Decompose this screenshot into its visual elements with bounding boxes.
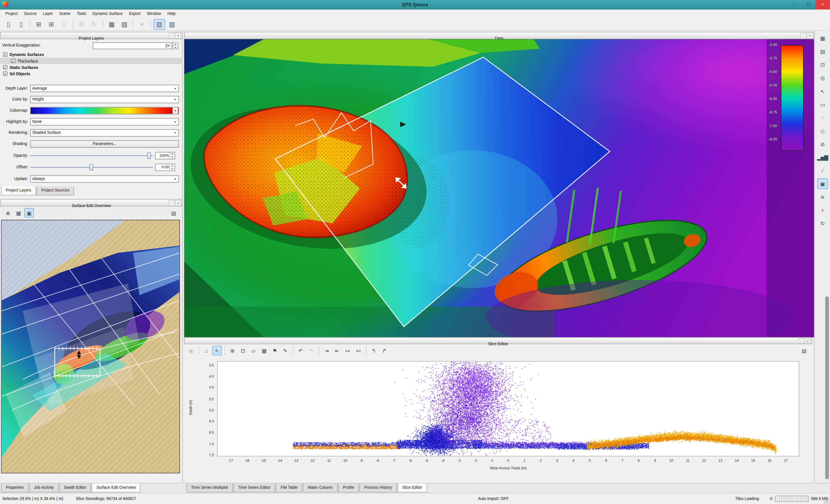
tab-process-history[interactable]: Process History xyxy=(359,483,397,492)
spin-stepper[interactable]: ▴▾ xyxy=(169,153,174,159)
spin-down-icon[interactable]: ▾ xyxy=(173,46,178,49)
tab-swath-editor[interactable]: Swath Editor xyxy=(59,483,91,492)
tree-item-static-surfaces[interactable]: ✓Static Surfaces xyxy=(0,64,183,70)
menu-source[interactable]: Source xyxy=(21,9,40,18)
add-raw-sonar-files-button[interactable]: ⊞ xyxy=(33,19,44,29)
panel-menu-button[interactable]: ▤ xyxy=(799,346,809,355)
depth-layer-select[interactable]: Average ▾ xyxy=(30,85,179,92)
color-settings-button[interactable]: ▣ xyxy=(817,178,828,189)
panel-menu-button[interactable]: ▤ xyxy=(169,208,178,218)
vertical-exaggeration-stepper[interactable]: ▴ ▾ xyxy=(172,42,178,50)
surface-edit-tool-button[interactable]: ▨ xyxy=(166,19,178,29)
fit-selection-button[interactable]: ▣ xyxy=(24,208,34,218)
rotate-view-button[interactable]: ↻ xyxy=(817,218,828,229)
edit-selection-button[interactable]: ✎ xyxy=(281,346,290,355)
color-by-select[interactable]: Height ▾ xyxy=(30,96,179,103)
slider-handle[interactable] xyxy=(147,153,151,159)
clear-selection-button[interactable]: ⊘ xyxy=(817,139,828,149)
tree-item-sd-objects[interactable]: ✓Sd Objects xyxy=(0,70,183,77)
undo-button[interactable]: ↶ xyxy=(296,346,306,355)
tab-time-series-multiplot[interactable]: Time Series Multiplot xyxy=(186,483,233,492)
tab-surface-edit-overview[interactable]: Surface Edit Overview xyxy=(92,483,140,492)
zoom-extent-button[interactable]: ◎ xyxy=(817,73,828,83)
slider-handle[interactable] xyxy=(90,164,93,170)
opacity-spinbox[interactable]: 100% ▴▾ xyxy=(155,152,175,159)
home-view-button[interactable]: ⌂ xyxy=(201,346,211,355)
surface-edit-overview-map[interactable] xyxy=(1,220,180,473)
import-files-button[interactable]: ▯ xyxy=(58,19,70,29)
float-panel-icon[interactable]: ▫ xyxy=(800,33,806,38)
open-project-button[interactable]: ▯ xyxy=(15,19,27,29)
create-dynamic-surface-button[interactable]: ▦ xyxy=(106,19,118,29)
menu-tools[interactable]: Tools xyxy=(74,9,89,18)
select-cursor-button[interactable]: ↖ xyxy=(212,346,222,355)
colormap-select[interactable]: ▾ xyxy=(30,107,179,114)
tree-item-thesurface[interactable]: ✓TheSurface xyxy=(0,58,183,64)
select-rectangle-button[interactable]: ▭ xyxy=(817,99,828,110)
tree-item-dynamic-surfaces[interactable]: ✓Dynamic Surfaces xyxy=(0,52,183,58)
reject-back-button[interactable]: ↤ xyxy=(354,346,363,355)
checkbox-sd-objects[interactable]: ✓ xyxy=(3,71,7,76)
bathymetry-3d-view[interactable]: -3.00-3.75-4.50-5.25-6.00-6.75-7.50-8.25 xyxy=(184,39,814,337)
offset-slider[interactable] xyxy=(30,164,153,171)
menu-window[interactable]: Window xyxy=(144,9,164,18)
rotate-slice-cw-button[interactable]: ↱ xyxy=(380,346,389,355)
view-table-button[interactable]: ▦ xyxy=(817,33,828,43)
rotate-slice-ccw-button[interactable]: ↰ xyxy=(369,346,378,355)
float-panel-icon[interactable]: ▫ xyxy=(169,33,174,38)
menu-dynamic-surface[interactable]: Dynamic Surface xyxy=(89,9,126,18)
new-project-button[interactable]: ▯ xyxy=(3,19,14,29)
checkbox-dynamic-surfaces[interactable]: ✓ xyxy=(3,53,7,57)
filter-toolbox-button[interactable]: ∗ xyxy=(136,19,148,29)
measure-tool-button[interactable]: ∕ xyxy=(817,165,828,176)
update-select[interactable]: Always ▾ xyxy=(30,175,179,183)
tab-profile[interactable]: Profile xyxy=(338,483,359,492)
shading-parameters-button[interactable]: Parameters... xyxy=(30,140,179,148)
tab-project-sources[interactable]: Project Sources xyxy=(36,186,74,195)
surface-tools-button[interactable]: ≋ xyxy=(817,192,828,202)
zoom-window-button[interactable]: ⊡ xyxy=(817,59,828,70)
save-button[interactable]: ▣ xyxy=(186,346,196,355)
scrollbar[interactable] xyxy=(825,297,829,479)
menu-layer[interactable]: Layer xyxy=(40,9,56,18)
minimize-button[interactable]: – xyxy=(787,0,802,9)
vertical-exaggeration-input[interactable] xyxy=(93,42,172,50)
refresh-project-button[interactable]: ↻ xyxy=(89,19,100,29)
tab-properties[interactable]: Properties xyxy=(1,483,29,492)
slice-editor-tool-button[interactable]: ▥ xyxy=(154,19,165,29)
tab-slice-editor[interactable]: Slice Editor xyxy=(397,483,427,492)
processing-settings-button[interactable]: ⚙ xyxy=(76,19,88,29)
highlight-by-select[interactable]: None ▾ xyxy=(30,118,179,126)
select-cursor-button[interactable]: ↖ xyxy=(817,86,828,96)
tab-job-activity[interactable]: Job Activity xyxy=(29,483,59,492)
tab-project-layers[interactable]: Project Layers xyxy=(1,186,36,195)
tab-water-column[interactable]: Water Column xyxy=(303,483,338,492)
slice-scatter-canvas[interactable] xyxy=(218,361,799,456)
redo-button[interactable]: ↷ xyxy=(307,346,316,355)
menu-help[interactable]: Help xyxy=(164,9,179,18)
menu-project[interactable]: Project xyxy=(2,9,21,18)
checkbox-static-surfaces[interactable]: ✓ xyxy=(3,65,7,69)
view-layers-button[interactable]: ▤ xyxy=(817,46,828,57)
spin-stepper[interactable]: ▴▾ xyxy=(169,164,174,170)
select-polygon-button[interactable]: ◇ xyxy=(817,126,828,136)
reject-forward-button[interactable]: ↦ xyxy=(343,346,353,355)
menu-export[interactable]: Export xyxy=(126,9,143,18)
erase-soundings-button[interactable]: ▱ xyxy=(249,346,258,355)
grid-view-button[interactable]: ▦ xyxy=(259,346,269,355)
spin-up-icon[interactable]: ▴ xyxy=(173,43,178,46)
close-panel-icon[interactable]: × xyxy=(175,33,181,38)
tab-time-series-editor[interactable]: Time Series Editor xyxy=(233,483,275,492)
close-button[interactable]: × xyxy=(816,0,830,9)
maximize-button[interactable]: ▢ xyxy=(801,0,816,9)
flag-soundings-button[interactable]: ⚑ xyxy=(270,346,279,355)
show-grid-button[interactable]: ▦ xyxy=(14,208,23,218)
opacity-slider[interactable] xyxy=(30,152,153,159)
zoom-extent-button[interactable]: ⊕ xyxy=(3,208,13,218)
offset-spinbox[interactable]: 0.00 ▴▾ xyxy=(155,164,175,171)
add-processed-point-files-button[interactable]: ⊞ xyxy=(46,19,57,29)
select-lasso-button[interactable]: ◌ xyxy=(817,112,828,123)
tab-file-table[interactable]: File Table xyxy=(276,483,302,492)
slice-plot[interactable] xyxy=(217,361,799,456)
rendering-select[interactable]: Shaded Surface ▾ xyxy=(30,129,179,137)
